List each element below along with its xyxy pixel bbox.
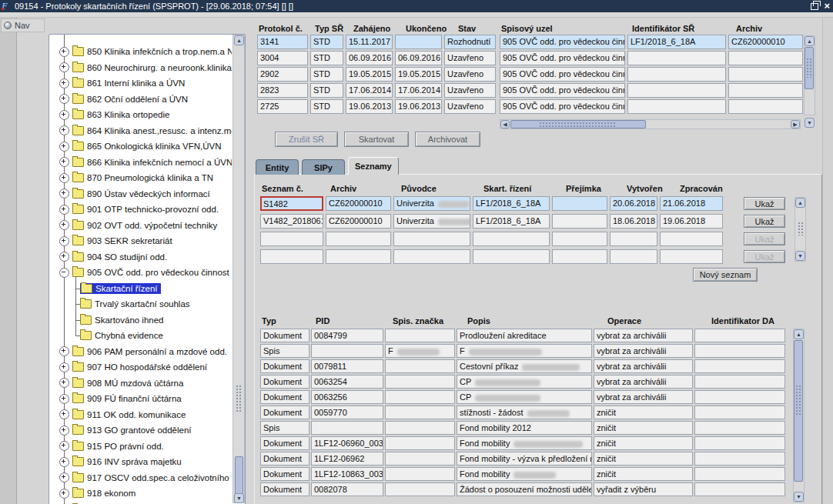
cell[interactable]: STD bbox=[310, 67, 343, 82]
tree-node[interactable]: 870 Pneumologická klinika a TN bbox=[49, 170, 232, 186]
tree-node[interactable]: 860 Neurochirurg. a neuroonk.klinika a bbox=[49, 60, 232, 76]
cell[interactable] bbox=[694, 436, 785, 450]
cell[interactable]: 2823 bbox=[257, 83, 308, 98]
cell[interactable]: 0063254 bbox=[311, 375, 383, 389]
expand-icon[interactable] bbox=[59, 472, 69, 482]
cell[interactable] bbox=[473, 232, 550, 246]
cell[interactable]: 19.05.2015 bbox=[395, 67, 442, 82]
cell[interactable] bbox=[694, 406, 785, 419]
cell[interactable]: Univerzita bbox=[393, 196, 470, 211]
expand-icon[interactable] bbox=[59, 489, 69, 499]
cell[interactable] bbox=[311, 344, 383, 358]
tree-scrollbar[interactable] bbox=[233, 35, 245, 503]
cell[interactable]: Žádost o posouzení možnosti udělení bbox=[457, 482, 592, 496]
detail-vscroll-down-icon[interactable]: ▼ bbox=[794, 492, 804, 502]
expand-icon[interactable] bbox=[59, 205, 69, 215]
cell[interactable]: STD bbox=[310, 35, 343, 49]
cell[interactable]: Dokument bbox=[260, 436, 309, 450]
cell[interactable]: vyřadit z výběru bbox=[594, 482, 693, 496]
cell[interactable]: CZ620000010 bbox=[728, 35, 803, 49]
cell[interactable]: CP bbox=[457, 375, 592, 389]
cell[interactable]: 20.06.2018 bbox=[610, 196, 657, 211]
cell[interactable] bbox=[728, 83, 803, 98]
cell[interactable]: STD bbox=[310, 51, 343, 65]
cell[interactable] bbox=[385, 436, 455, 450]
tree-node[interactable]: 911 OK odd. komunikace bbox=[49, 407, 232, 423]
cell[interactable]: STD bbox=[310, 83, 343, 98]
tree-node[interactable]: 904 SO studijní odd. bbox=[49, 249, 232, 265]
cell[interactable] bbox=[694, 359, 785, 373]
cell[interactable]: 0079811 bbox=[311, 359, 383, 373]
cell[interactable] bbox=[694, 329, 785, 342]
cell[interactable] bbox=[627, 51, 726, 65]
expand-icon[interactable] bbox=[59, 457, 69, 467]
cell[interactable]: LF1/2018_6_18A bbox=[627, 35, 726, 49]
cell[interactable]: Dokument bbox=[260, 482, 309, 496]
cell[interactable]: Uzavřeno bbox=[444, 83, 496, 98]
cell[interactable] bbox=[393, 249, 470, 264]
close-button[interactable]: × bbox=[824, 1, 830, 11]
tree-node[interactable]: 917 OSCV odd.spec.a celoživotního vz bbox=[49, 470, 232, 486]
tree-node[interactable]: 862 Oční oddělení a ÚVN bbox=[49, 92, 232, 108]
tree-node[interactable]: 866 Klinika infekčních nemocí a ÚVN bbox=[49, 155, 232, 171]
cell[interactable]: 2725 bbox=[257, 99, 308, 114]
cell[interactable]: vybrat za archiválii bbox=[594, 390, 693, 404]
cell[interactable] bbox=[385, 390, 455, 404]
cell[interactable]: 1LF12-06962 bbox=[311, 452, 383, 466]
cell[interactable]: 06.09.2016 bbox=[395, 51, 442, 65]
cell[interactable]: Spis bbox=[260, 344, 309, 358]
cell[interactable] bbox=[694, 482, 785, 496]
tree-node[interactable]: 850 Klinika infekčních a trop.nem.a NB bbox=[49, 44, 232, 60]
cell[interactable]: 21.06.2018 bbox=[660, 196, 723, 211]
archivovat-button[interactable]: Archivovat bbox=[415, 132, 480, 147]
expand-icon[interactable] bbox=[59, 236, 69, 246]
cell[interactable] bbox=[552, 196, 607, 211]
cell[interactable]: Dokument bbox=[260, 390, 309, 404]
cell[interactable]: CZ620000010 bbox=[326, 214, 391, 229]
cell[interactable]: Dokument bbox=[260, 359, 309, 373]
tree-node[interactable]: 907 HO hospodářské oddělení bbox=[49, 359, 232, 375]
cell[interactable] bbox=[395, 35, 442, 49]
cell[interactable]: LF1/2018_6_18A bbox=[473, 196, 550, 211]
tree-node[interactable]: Trvalý skartační souhlas bbox=[49, 296, 232, 312]
tree-node[interactable]: 913 GO grantové oddělení bbox=[49, 422, 232, 439]
cell[interactable] bbox=[260, 249, 323, 264]
expand-icon[interactable] bbox=[59, 47, 69, 57]
cell[interactable] bbox=[552, 249, 607, 264]
cell[interactable]: V1482_20180618 bbox=[260, 214, 323, 229]
cell[interactable] bbox=[610, 232, 657, 246]
expand-icon[interactable] bbox=[59, 362, 69, 372]
expand-icon[interactable] bbox=[59, 78, 69, 88]
cell[interactable]: Uzavřeno bbox=[444, 51, 496, 65]
cell[interactable]: stížnosti - žádost bbox=[457, 406, 592, 419]
cell[interactable]: 15.11.2017 bbox=[346, 35, 393, 49]
cell[interactable]: vybrat za archiválii bbox=[594, 375, 693, 389]
cell[interactable] bbox=[694, 375, 785, 389]
cell[interactable]: Spis bbox=[260, 421, 309, 435]
expand-icon[interactable] bbox=[59, 409, 69, 419]
tree-node[interactable]: Skartační řízení bbox=[49, 281, 232, 297]
tree-node[interactable]: 916 INV správa majetku bbox=[49, 454, 232, 470]
cell[interactable]: Rozhodnutí bbox=[444, 35, 496, 49]
cell[interactable]: Dokument bbox=[260, 375, 309, 389]
expand-icon[interactable] bbox=[59, 394, 69, 404]
cell[interactable]: CP bbox=[457, 390, 592, 404]
cell[interactable] bbox=[694, 467, 785, 481]
expand-icon[interactable] bbox=[59, 426, 69, 436]
tab-seznamy[interactable]: Seznamy bbox=[348, 157, 399, 175]
cell[interactable]: 0084799 bbox=[311, 329, 383, 342]
ukaz-button[interactable]: Ukaž bbox=[744, 197, 785, 210]
cell[interactable]: 19.06.2018 bbox=[660, 214, 723, 229]
ukaz-button[interactable]: Ukaž bbox=[744, 215, 785, 228]
detail-vscroll-up-icon[interactable]: ▲ bbox=[794, 329, 804, 339]
expand-icon[interactable] bbox=[59, 94, 69, 104]
cell[interactable]: 06.09.2016 bbox=[346, 51, 393, 65]
expand-icon[interactable] bbox=[59, 173, 69, 183]
cell[interactable] bbox=[627, 83, 726, 98]
nav-toggle[interactable]: Nav bbox=[1, 18, 45, 32]
cell[interactable] bbox=[610, 249, 657, 264]
cell[interactable]: 905 OVČ odd. pro vědeckou činnost bbox=[500, 35, 625, 49]
cell[interactable]: 2902 bbox=[257, 67, 308, 82]
cell[interactable]: 1LF12-10863_003 bbox=[311, 467, 383, 481]
protocol-vscroll-down-icon[interactable]: ▼ bbox=[805, 118, 815, 128]
